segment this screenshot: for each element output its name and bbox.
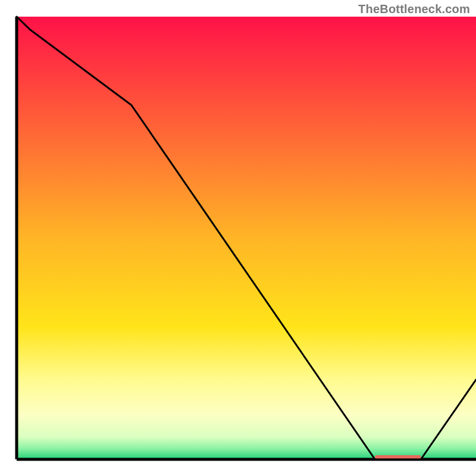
watermark-text: TheBottleneck.com xyxy=(358,2,470,16)
gradient-background xyxy=(17,17,476,459)
chart-svg xyxy=(0,0,476,476)
bottleneck-chart: TheBottleneck.com xyxy=(0,0,476,476)
